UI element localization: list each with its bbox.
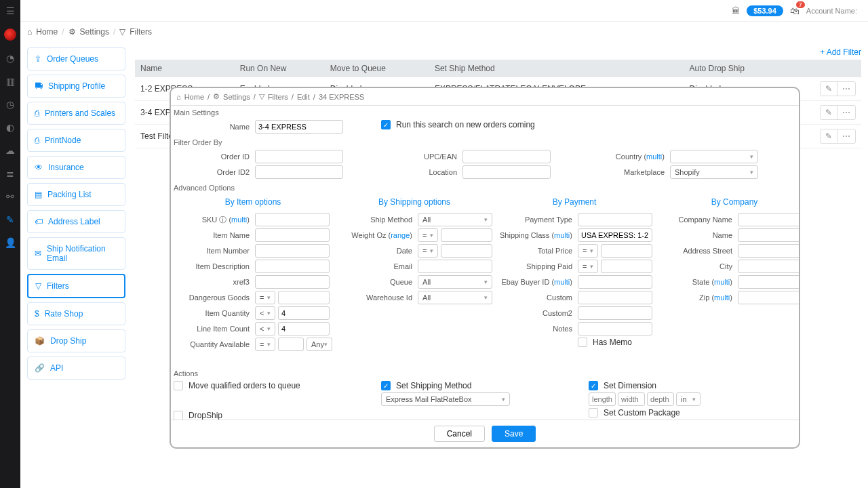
link-icon[interactable]: ⚯: [6, 191, 14, 202]
ship-method-select[interactable]: All▾: [418, 213, 492, 226]
gear-icon: ⚙: [68, 27, 76, 37]
sidemenu-api[interactable]: 🔗API: [27, 357, 125, 380]
app-logo[interactable]: [4, 28, 16, 41]
filter-icon: ▽: [119, 27, 125, 37]
crumb-settings[interactable]: Settings: [80, 27, 109, 37]
shipclass-input[interactable]: [578, 228, 652, 242]
section-filterby: Filter Order By: [174, 136, 796, 148]
settings-rail-icon[interactable]: ✎: [6, 214, 14, 225]
more-icon[interactable]: ⋯: [837, 129, 855, 143]
set-dim-checkbox[interactable]: ✓: [589, 381, 598, 385]
marketplace-select[interactable]: Shopify▾: [670, 165, 758, 179]
section-main: Main Settings: [174, 106, 796, 118]
run-on-new-checkbox[interactable]: ✓: [381, 120, 391, 129]
gauge-icon[interactable]: ◐: [6, 122, 14, 133]
home-icon: ⌂: [176, 93, 181, 101]
edit-icon[interactable]: ✎: [821, 129, 837, 143]
sidemenu-rate-shop[interactable]: $Rate Shop: [27, 302, 125, 325]
sidemenu-ship-notification-email[interactable]: ✉Ship Notification Email: [27, 237, 125, 270]
order-id-input[interactable]: [255, 150, 343, 163]
left-rail: ☰ ◔ ▥ ◷ ◐ ☁ ≣ ⚯ ✎ 👤: [0, 0, 20, 385]
more-icon[interactable]: ⋯: [837, 82, 855, 96]
bank-icon[interactable]: 🏛: [732, 6, 740, 16]
item-desc-input[interactable]: [255, 260, 330, 273]
account-name[interactable]: Account Name:: [806, 7, 857, 15]
sidemenu-insurance[interactable]: 👁Insurance: [27, 156, 125, 179]
edit-icon[interactable]: ✎: [821, 106, 837, 119]
section-advanced: Advanced Options: [174, 181, 796, 193]
clock-icon[interactable]: ◷: [6, 99, 14, 110]
linecount-input[interactable]: [278, 322, 330, 336]
dashboard-icon[interactable]: ◔: [6, 53, 14, 64]
sidemenu-shipping-profile[interactable]: ⛟Shipping Profile: [27, 75, 125, 98]
has-memo-checkbox[interactable]: [578, 338, 587, 347]
qty-op[interactable]: <▾: [255, 306, 275, 320]
filter-name-input[interactable]: [255, 120, 343, 134]
qty-input[interactable]: [278, 306, 330, 320]
topbar: 🏛 $53.94 🛍7 Account Name:: [20, 0, 868, 22]
section-actions: Actions: [174, 367, 796, 379]
list-icon[interactable]: ≣: [6, 168, 14, 179]
country-select[interactable]: ▾: [670, 150, 758, 163]
sidemenu-printnode[interactable]: ⎙PrintNode: [27, 129, 125, 152]
item-number-input[interactable]: [255, 244, 330, 258]
crumb-filters[interactable]: Filters: [130, 27, 152, 37]
sidemenu-order-queues[interactable]: ⇪Order Queues: [27, 47, 125, 70]
dangerous-op[interactable]: =▾: [255, 291, 275, 304]
sidemenu-drop-ship[interactable]: 📦Drop Ship: [27, 329, 125, 352]
xref3-input[interactable]: [255, 275, 330, 289]
more-icon[interactable]: ⋯: [837, 106, 855, 119]
location-input[interactable]: [462, 165, 551, 179]
user-icon[interactable]: 👤: [5, 237, 16, 248]
cart-icon[interactable]: 🛍7: [790, 5, 800, 16]
modal-breadcrumb: ⌂Home /⚙Settings /▽Filters /Edit /34 EXP…: [171, 88, 799, 105]
edit-icon[interactable]: ✎: [821, 82, 837, 96]
barcode-icon[interactable]: ▥: [6, 76, 15, 87]
edit-filter-modal: ⌂Home /⚙Settings /▽Filters /Edit /34 EXP…: [170, 87, 800, 385]
qtyavail-op[interactable]: =▾: [255, 338, 275, 351]
menu-icon[interactable]: ☰: [6, 5, 15, 16]
linecount-op[interactable]: <▾: [255, 322, 275, 336]
breadcrumb: ⌂ Home / ⚙ Settings / ▽ Filters: [20, 22, 868, 42]
add-filter-link[interactable]: + Add Filter: [135, 47, 861, 57]
move-queue-checkbox[interactable]: [174, 381, 183, 385]
sidemenu-printers-and-scales[interactable]: ⎙Printers and Scales: [27, 102, 125, 125]
sidemenu-filters[interactable]: ▽Filters: [27, 274, 125, 298]
cloud-icon[interactable]: ☁: [5, 145, 15, 156]
home-icon: ⌂: [27, 27, 32, 37]
sidemenu-address-label[interactable]: 🏷Address Label: [27, 210, 125, 233]
settings-sidemenu: ⇪Order Queues⛟Shipping Profile⎙Printers …: [27, 47, 125, 380]
sidemenu-packing-list[interactable]: ▤Packing List: [27, 183, 125, 206]
order-id2-input[interactable]: [255, 165, 343, 179]
balance-badge[interactable]: $53.94: [747, 5, 783, 16]
cart-badge: 7: [796, 1, 805, 8]
sku-input[interactable]: [255, 213, 330, 226]
set-ship-checkbox[interactable]: ✓: [381, 381, 391, 385]
item-name-input[interactable]: [255, 228, 330, 242]
upc-input[interactable]: [462, 150, 551, 163]
crumb-home[interactable]: Home: [36, 27, 58, 37]
